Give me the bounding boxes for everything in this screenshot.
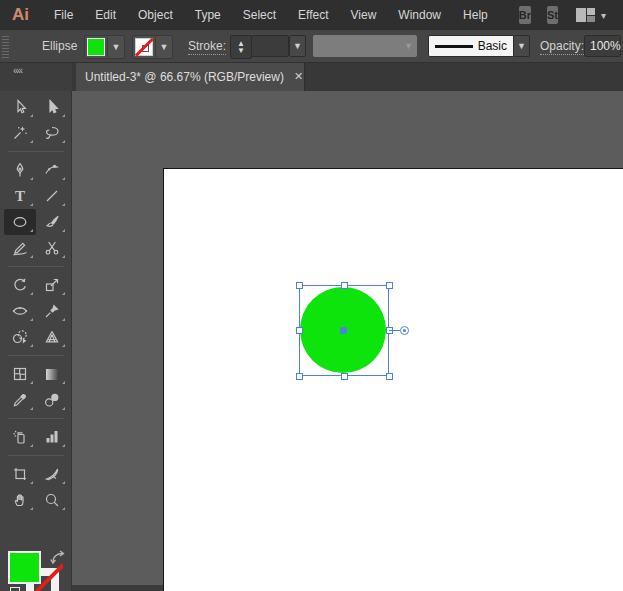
tool-group-separator xyxy=(8,355,64,356)
menu-item-object[interactable]: Object xyxy=(127,0,184,30)
tool-symbol-sprayer[interactable] xyxy=(4,424,36,450)
tool-rotate[interactable] xyxy=(4,272,36,298)
fill-proxy-swatch[interactable] xyxy=(8,551,41,584)
tool-scissors[interactable] xyxy=(36,235,68,261)
tool-scale[interactable] xyxy=(36,272,68,298)
menu-item-window[interactable]: Window xyxy=(387,0,452,30)
chevron-down-icon[interactable]: ▼ xyxy=(107,37,124,57)
tool-pen[interactable] xyxy=(4,157,36,183)
brush-stroke-preview xyxy=(435,45,473,48)
opacity-label[interactable]: Opacity: xyxy=(540,39,584,55)
tools-panel: T xyxy=(0,91,72,591)
stroke-color-dropdown[interactable]: ▼ xyxy=(132,35,173,59)
selection-handle[interactable] xyxy=(341,282,348,289)
menu-item-help[interactable]: Help xyxy=(452,0,499,30)
menu-item-file[interactable]: File xyxy=(43,0,84,30)
menu-item-edit[interactable]: Edit xyxy=(84,0,127,30)
document-tab-title: Untitled-3* @ 66.67% (RGB/Preview) xyxy=(85,70,284,84)
tool-artboard[interactable] xyxy=(4,461,36,487)
tool-direct-selection[interactable] xyxy=(36,94,68,120)
chevron-down-icon[interactable]: ▼ xyxy=(155,37,172,57)
control-bar-grip[interactable] xyxy=(2,34,9,58)
tool-perspective-grid[interactable] xyxy=(36,324,68,350)
bridge-button[interactable]: Br xyxy=(519,6,531,24)
brush-dropdown-chevron[interactable]: ▼ xyxy=(513,35,530,57)
brush-definition-dropdown[interactable]: Basic xyxy=(428,35,514,57)
tool-group-separator xyxy=(8,418,64,419)
tool-mesh[interactable] xyxy=(4,361,36,387)
variable-width-profile-dropdown: ▼ xyxy=(313,35,417,57)
selection-handle[interactable] xyxy=(296,282,303,289)
stroke-swatch-none[interactable] xyxy=(135,38,153,56)
selection-handle[interactable] xyxy=(296,373,303,380)
tool-zoom[interactable] xyxy=(36,487,68,513)
document-tab[interactable]: Untitled-3* @ 66.67% (RGB/Preview) ✕ xyxy=(76,62,305,91)
menu-item-select[interactable]: Select xyxy=(232,0,287,30)
tool-gradient[interactable] xyxy=(36,361,68,387)
live-shape-widget[interactable] xyxy=(400,326,409,335)
stock-button[interactable]: St xyxy=(547,6,558,24)
tool-magic-wand[interactable] xyxy=(4,120,36,146)
stroke-weight-input[interactable] xyxy=(251,35,289,57)
menu-item-effect[interactable]: Effect xyxy=(287,0,339,30)
stroke-weight-dropdown[interactable]: ▼ xyxy=(289,35,306,57)
close-tab-icon[interactable]: ✕ xyxy=(294,70,303,83)
tool-line-segment[interactable] xyxy=(36,183,68,209)
tool-shape-builder[interactable] xyxy=(4,324,36,350)
tool-group-separator xyxy=(8,151,64,152)
tool-hand[interactable] xyxy=(4,487,36,513)
tool-ellipse[interactable] xyxy=(4,209,36,235)
selection-handle[interactable] xyxy=(341,373,348,380)
app-logo: Ai xyxy=(12,5,29,25)
selection-handle[interactable] xyxy=(296,327,303,334)
tool-lasso[interactable] xyxy=(36,120,68,146)
control-bar: Ellipse ▼ ▼ Stroke: ▲ ▼ ▼ ▼ Basic ▼ Opac… xyxy=(0,30,623,63)
bottom-edge-strip xyxy=(72,585,163,591)
tool-blend[interactable] xyxy=(36,387,68,413)
selection-handle[interactable] xyxy=(386,282,393,289)
stepper-down-icon[interactable]: ▼ xyxy=(237,47,245,54)
menu-item-view[interactable]: View xyxy=(340,0,388,30)
artboard[interactable] xyxy=(163,168,623,591)
tool-shaper[interactable] xyxy=(4,235,36,261)
opacity-input[interactable]: 100% xyxy=(584,35,621,57)
fill-color-dropdown[interactable]: ▼ xyxy=(84,35,125,59)
tool-grid: T xyxy=(4,94,68,513)
stroke-weight-stepper[interactable]: ▲ ▼ xyxy=(230,35,252,59)
tool-puppet-warp[interactable] xyxy=(36,298,68,324)
stroke-weight-label[interactable]: Stroke: xyxy=(188,39,226,55)
tool-group-separator xyxy=(8,455,64,456)
tool-paintbrush[interactable] xyxy=(36,209,68,235)
shape-center-point[interactable] xyxy=(340,327,347,334)
menu-item-type[interactable]: Type xyxy=(184,0,232,30)
tool-column-graph[interactable] xyxy=(36,424,68,450)
selection-handle[interactable] xyxy=(386,373,393,380)
transform-widget-line xyxy=(389,330,400,331)
brush-name: Basic xyxy=(478,39,507,53)
tool-type[interactable]: T xyxy=(4,183,36,209)
chevron-down-icon[interactable]: ▾ xyxy=(601,10,606,21)
chevron-down-icon: ▼ xyxy=(404,41,413,51)
fill-swatch[interactable] xyxy=(87,38,105,56)
tool-selection[interactable] xyxy=(4,94,36,120)
tool-slice[interactable] xyxy=(36,461,68,487)
tool-eyedropper[interactable] xyxy=(4,387,36,413)
tool-width[interactable] xyxy=(4,298,36,324)
workspace-switcher-icon[interactable] xyxy=(576,8,595,22)
toolbar-header[interactable]: «« xyxy=(0,62,72,91)
tool-group-separator xyxy=(8,266,64,267)
context-label: Ellipse xyxy=(42,39,77,53)
fill-stroke-proxy xyxy=(0,547,72,591)
swap-fill-stroke-icon[interactable] xyxy=(50,550,66,565)
menu-items: FileEditObjectTypeSelectEffectViewWindow… xyxy=(43,0,499,30)
menu-bar: Ai FileEditObjectTypeSelectEffectViewWin… xyxy=(0,0,623,30)
collapse-toolbar-icon[interactable]: «« xyxy=(13,65,22,76)
tool-curvature[interactable] xyxy=(36,157,68,183)
document-tab-bar: Untitled-3* @ 66.67% (RGB/Preview) ✕ xyxy=(72,62,623,91)
default-fill-stroke-icon[interactable] xyxy=(5,587,20,591)
